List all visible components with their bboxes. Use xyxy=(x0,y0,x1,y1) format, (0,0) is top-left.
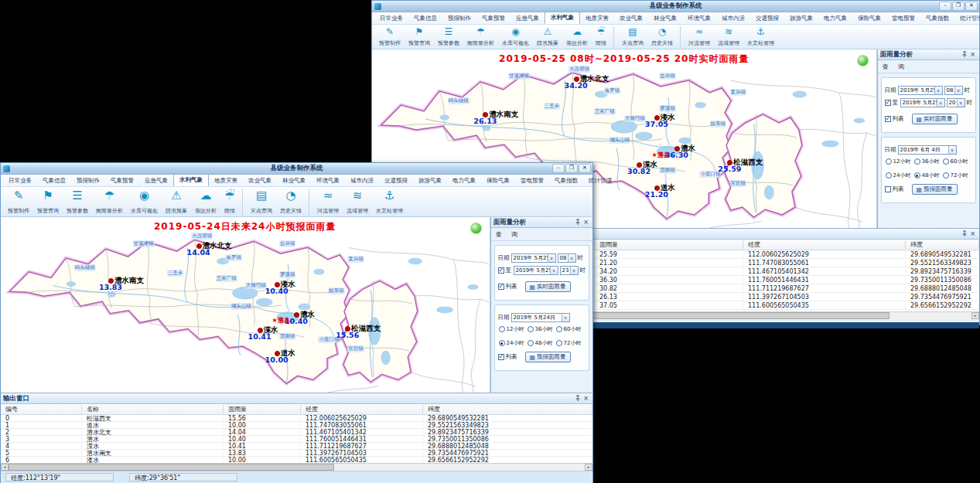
list-checkbox[interactable] xyxy=(498,354,504,360)
menu-tab[interactable]: 预报制作 xyxy=(442,13,476,24)
pin-icon[interactable] xyxy=(573,395,582,403)
toolbar-button[interactable]: ≋ 流域管理 xyxy=(343,189,372,216)
menu-tab[interactable]: 气象信息 xyxy=(37,175,71,186)
duration-radio[interactable]: 60小时 xyxy=(556,325,584,333)
menu-tab[interactable]: 水利气象 xyxy=(545,12,580,24)
duration-radio[interactable]: 72小时 xyxy=(943,172,971,179)
duration-radio[interactable]: 24小时 xyxy=(499,339,528,347)
menu-tab[interactable]: 交通预报 xyxy=(750,13,784,24)
map-globe-button[interactable] xyxy=(470,223,482,234)
duration-radio[interactable]: 48小时 xyxy=(528,339,556,347)
menu-tab[interactable]: 气象指数 xyxy=(549,175,583,186)
toolbar-button[interactable]: ⚠ 防汛预案 xyxy=(162,189,191,216)
maximize-button[interactable]: ❐ xyxy=(565,164,578,173)
pin-icon[interactable] xyxy=(573,219,582,226)
duration-radio[interactable]: 60小时 xyxy=(943,158,971,165)
toolbar-button[interactable]: ✎ 预警制作 xyxy=(375,26,405,48)
to-date-combo[interactable]: 2019年 5月25日 ∨ xyxy=(900,98,945,107)
menu-tab[interactable]: 环境气象 xyxy=(311,175,345,186)
close-icon[interactable]: × xyxy=(582,219,590,226)
toolbar-button[interactable]: ≈ 河流管理 xyxy=(680,26,714,48)
h-scrollbar[interactable]: ◂ ▸ xyxy=(1,463,592,471)
duration-radio[interactable]: 12小时 xyxy=(499,325,528,333)
realtime-rainfall-button[interactable]: ▦ 实时面雨量 xyxy=(912,114,958,124)
from-hour-combo[interactable]: 08 ∨ xyxy=(558,253,576,263)
minimize-button[interactable]: – xyxy=(939,2,951,11)
menu-tab[interactable]: 地质灾害 xyxy=(580,13,614,24)
menu-tab[interactable]: 城市内涝 xyxy=(716,13,750,24)
menu-tab[interactable]: 日常业务 xyxy=(3,175,37,186)
forecast-date-combo[interactable]: 2019年 6月 4日 ∨ xyxy=(898,145,957,155)
menu-tab[interactable]: 统计管理 xyxy=(954,13,980,24)
table-row[interactable]: 6 溇水 10.00 111.600565050435 29.656615295… xyxy=(1,457,592,463)
scroll-right-icon[interactable]: ▸ xyxy=(585,464,592,471)
menu-tab[interactable]: 城市内涝 xyxy=(345,175,379,186)
list-checkbox[interactable] xyxy=(885,186,891,192)
pin-icon[interactable] xyxy=(960,51,968,59)
menu-tab[interactable]: 旅游气象 xyxy=(784,13,818,24)
menu-tab[interactable]: 气象信息 xyxy=(408,13,442,24)
toolbar-button[interactable]: ☰ 预警参数 xyxy=(63,189,92,216)
toolbar-button[interactable]: ☂ 面雨量分析 xyxy=(463,26,498,48)
menu-tab[interactable]: 气象预警 xyxy=(105,175,139,186)
close-icon[interactable]: × xyxy=(968,230,977,238)
menu-tab[interactable]: 林业气象 xyxy=(648,13,682,24)
duration-radio[interactable]: 48小时 xyxy=(914,172,943,179)
menu-tab[interactable]: 水利气象 xyxy=(173,174,209,186)
from-hour-combo[interactable]: 08 ∨ xyxy=(944,86,963,95)
pin-icon[interactable] xyxy=(960,230,968,238)
menu-tab[interactable]: 日常业务 xyxy=(374,13,408,24)
menu-tab[interactable]: 旅游气象 xyxy=(413,175,447,186)
menu-tab[interactable]: 地质灾害 xyxy=(209,175,243,186)
menu-tab[interactable]: 农业气象 xyxy=(243,175,277,186)
to-hour-combo[interactable]: 20 ∨ xyxy=(947,98,965,107)
menu-tab[interactable]: 气象预警 xyxy=(476,13,510,24)
duration-radio[interactable]: 72小时 xyxy=(556,339,584,347)
menu-tab[interactable]: 电力气象 xyxy=(447,175,481,186)
list-checkbox[interactable] xyxy=(885,116,891,122)
minimize-button[interactable]: – xyxy=(552,164,565,173)
toolbar-button[interactable]: ☔ 雨情 xyxy=(220,189,239,216)
toolbar-button[interactable]: ⚓ 水文站管理 xyxy=(372,189,407,216)
to-checkbox[interactable] xyxy=(885,100,891,106)
menu-tab[interactable]: 农业气象 xyxy=(614,13,648,24)
to-hour-combo[interactable]: 23 ∨ xyxy=(560,266,579,275)
menu-tab[interactable]: 保险气象 xyxy=(852,13,886,24)
scrollbar-thumb[interactable] xyxy=(9,464,334,471)
duration-radio[interactable]: 36小时 xyxy=(528,325,556,333)
duration-radio[interactable]: 36小时 xyxy=(914,158,943,165)
scroll-right-icon[interactable]: ▸ xyxy=(971,312,979,319)
duration-radio[interactable]: 12小时 xyxy=(886,158,914,165)
to-date-combo[interactable]: 2019年 5月25日 ∨ xyxy=(514,266,558,275)
menu-tab[interactable]: 应急气象 xyxy=(139,175,173,186)
realtime-rainfall-button[interactable]: ▦ 实时面雨量 xyxy=(525,281,571,292)
toolbar-button[interactable]: ⚠ 防汛预案 xyxy=(533,26,562,48)
from-date-combo[interactable]: 2019年 5月25日 ∨ xyxy=(511,253,556,263)
scroll-left-icon[interactable]: ◂ xyxy=(1,464,9,471)
toolbar-button[interactable]: ▤ 灾点查询 xyxy=(613,26,647,48)
map-area[interactable]: 2019-05-24日未来24小时预报面雨量 甘溪滩镇火连坡镇金罗镇盐井镇复兴镇… xyxy=(1,217,490,393)
forecast-rainfall-button[interactable]: ▦ 预报面雨量 xyxy=(912,184,958,195)
toolbar-button[interactable]: ☁ 落区分析 xyxy=(562,26,592,48)
toolbar-button[interactable]: ⚓ 水文站管理 xyxy=(743,26,778,48)
toolbar-button[interactable]: ☰ 预警参数 xyxy=(434,26,463,48)
toolbar-button[interactable]: ▤ 灾点查询 xyxy=(242,189,276,216)
maximize-button[interactable]: ❐ xyxy=(952,2,965,11)
duration-radio[interactable]: 24小时 xyxy=(886,172,914,179)
close-button[interactable]: ✕ xyxy=(965,2,978,11)
from-date-combo[interactable]: 2019年 5月25日 ∨ xyxy=(898,86,943,95)
toolbar-button[interactable]: ◉ 水库可视化 xyxy=(498,26,533,48)
toolbar-button[interactable]: ≋ 流域管理 xyxy=(714,26,743,48)
menu-tab[interactable]: 雷电预警 xyxy=(515,175,549,186)
menu-tab[interactable]: 环境气象 xyxy=(682,13,716,24)
toolbar-button[interactable]: ◉ 水库可视化 xyxy=(127,189,162,216)
to-checkbox[interactable] xyxy=(498,267,504,274)
menu-tab[interactable]: 保险气象 xyxy=(481,175,515,186)
forecast-rainfall-button[interactable]: ▦ 预报面雨量 xyxy=(525,352,571,362)
menu-tab[interactable]: 雷电预警 xyxy=(886,13,920,24)
list-checkbox[interactable] xyxy=(498,284,504,290)
menu-tab[interactable]: 预报制作 xyxy=(71,175,105,186)
map-globe-button[interactable] xyxy=(857,55,869,66)
toolbar-button[interactable]: ✎ 预警制作 xyxy=(4,189,33,216)
toolbar-button[interactable]: ⚑ 预警查询 xyxy=(33,189,63,216)
